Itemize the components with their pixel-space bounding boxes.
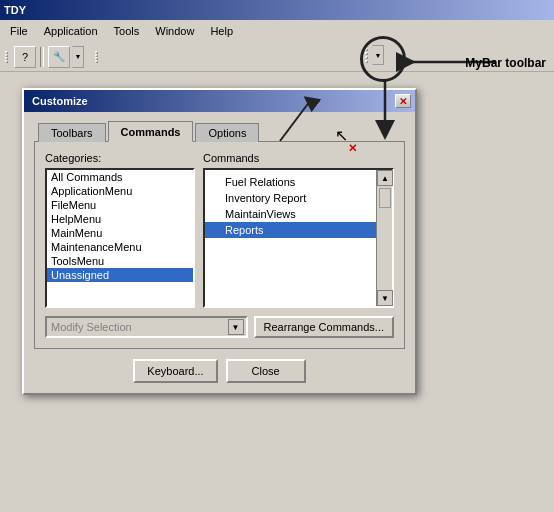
tab-options[interactable]: Options (195, 123, 259, 142)
category-tools-menu[interactable]: ToolsMenu (47, 254, 193, 268)
toolbar-grip-1[interactable] (4, 46, 10, 68)
close-icon: ✕ (399, 96, 407, 107)
menu-bar: File Application Tools Window Help (0, 20, 554, 42)
category-application-menu[interactable]: ApplicationMenu (47, 184, 193, 198)
cmd-inventory-report[interactable]: Inventory Report (205, 190, 376, 206)
commands-list[interactable]: Fuel Relations Inventory Report Maintain… (205, 170, 376, 306)
modify-dropdown-arrow-icon: ▼ (228, 319, 244, 335)
category-file-menu[interactable]: FileMenu (47, 198, 193, 212)
toolbar-separator-1 (40, 47, 44, 67)
categories-header: Categories: (45, 152, 195, 164)
dialog-body: Toolbars Commands Options Categories: Co… (24, 112, 415, 393)
commands-scrollbar[interactable]: ▲ ▼ (376, 170, 392, 306)
mybar-label: MyBar toolbar (465, 56, 546, 70)
menu-application[interactable]: Application (36, 23, 106, 39)
help-toolbar-btn[interactable]: ? (14, 46, 36, 68)
category-main-menu[interactable]: MainMenu (47, 226, 193, 240)
list-columns: All Commands ApplicationMenu FileMenu He… (45, 168, 394, 308)
tab-content: Categories: Commands All Commands Applic… (34, 141, 405, 349)
title-bar: TDY (0, 0, 554, 20)
col-headers: Categories: Commands (45, 152, 394, 164)
toolbar-dropdown-arrow[interactable]: ▼ (72, 46, 84, 68)
cmd-maintain-views[interactable]: MaintainViews (205, 206, 376, 222)
close-btn[interactable]: Close (226, 359, 306, 383)
tab-commands[interactable]: Commands (108, 121, 194, 142)
menu-tools[interactable]: Tools (106, 23, 148, 39)
modify-selection-dropdown[interactable]: Modify Selection ▼ (45, 316, 248, 338)
category-maintenance-menu[interactable]: MaintenanceMenu (47, 240, 193, 254)
bottom-buttons: Keyboard... Close (34, 359, 405, 383)
toolbar-icon-btn[interactable]: 🔧 (48, 46, 70, 68)
category-all-commands[interactable]: All Commands (47, 170, 193, 184)
modify-selection-label: Modify Selection (51, 321, 132, 333)
scroll-down-arrow[interactable]: ▼ (377, 290, 393, 306)
rearrange-commands-btn[interactable]: Rearrange Commands... (254, 316, 394, 338)
tab-toolbars[interactable]: Toolbars (38, 123, 106, 142)
commands-header: Commands (203, 152, 394, 164)
mybar-toolbar-area: ▼ (364, 44, 384, 66)
category-help-menu[interactable]: HelpMenu (47, 212, 193, 226)
modify-selection-row: Modify Selection ▼ Rearrange Commands... (45, 316, 394, 338)
main-window: TDY File Application Tools Window Help ?… (0, 0, 554, 512)
mybar-grip[interactable] (364, 44, 370, 66)
cmd-reports[interactable]: Reports (205, 222, 376, 238)
menu-help[interactable]: Help (202, 23, 241, 39)
customize-dialog: Customize ✕ Toolbars Commands Options (22, 88, 417, 395)
dialog-title: Customize (32, 95, 88, 107)
tabs-container: Toolbars Commands Options (34, 120, 405, 141)
keyboard-btn[interactable]: Keyboard... (133, 359, 217, 383)
commands-list-container: Fuel Relations Inventory Report Maintain… (203, 168, 394, 308)
menu-window[interactable]: Window (147, 23, 202, 39)
cmd-fuel-relations[interactable]: Fuel Relations (205, 174, 376, 190)
category-unassigned[interactable]: Unassigned (47, 268, 193, 282)
categories-listbox[interactable]: All Commands ApplicationMenu FileMenu He… (45, 168, 195, 308)
dialog-close-btn[interactable]: ✕ (395, 94, 411, 108)
toolbar-grip-2[interactable] (94, 46, 100, 68)
dialog-title-bar: Customize ✕ (24, 90, 415, 112)
scroll-thumb[interactable] (379, 188, 391, 208)
mybar-dropdown-btn[interactable]: ▼ (372, 45, 384, 65)
scroll-up-arrow[interactable]: ▲ (377, 170, 393, 186)
title-bar-text: TDY (4, 4, 26, 16)
menu-file[interactable]: File (2, 23, 36, 39)
